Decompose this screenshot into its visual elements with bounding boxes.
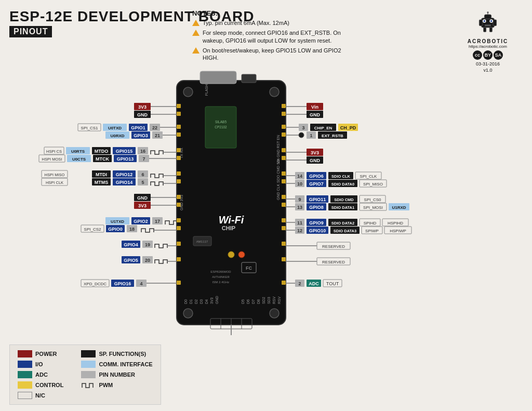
note-2: For sleep mode, connect GPIO16 and EXT_R… (192, 29, 348, 44)
svg-text:SPI_MOSI: SPI_MOSI (363, 205, 383, 210)
svg-text:GPIO15: GPIO15 (116, 149, 133, 154)
svg-text:AI/THINKER: AI/THINKER (212, 275, 230, 279)
svg-rect-48 (282, 242, 286, 246)
svg-text:GPIO13: GPIO13 (117, 156, 134, 162)
svg-point-57 (238, 251, 245, 258)
svg-rect-33 (177, 242, 181, 246)
legend-power-box (18, 350, 32, 357)
svg-text:MTDI: MTDI (96, 172, 107, 177)
svg-text:FLASH: FLASH (205, 84, 208, 96)
svg-rect-43 (282, 179, 286, 183)
svg-rect-23 (177, 125, 181, 129)
svg-point-16 (183, 87, 193, 97)
note-3: On boot/reset/wakeup, keep GPIO15 LOW an… (192, 47, 348, 62)
svg-text:XPD_DCDC: XPD_DCDC (84, 282, 107, 286)
svg-text:GND 3V3: GND 3V3 (180, 195, 183, 210)
legend-adc-box (18, 371, 32, 378)
svg-rect-32 (177, 226, 181, 230)
legend-pinnum-box (81, 371, 96, 378)
svg-text:GPIO9: GPIO9 (309, 220, 324, 226)
svg-text:CHIP: CHIP (222, 225, 235, 231)
svg-text:3: 3 (302, 125, 304, 130)
svg-rect-15 (242, 74, 256, 83)
svg-text:GPIO16: GPIO16 (114, 281, 131, 286)
svg-text:GPIO4: GPIO4 (124, 242, 138, 247)
svg-text:EXT_RSTB: EXT_RSTB (322, 134, 343, 138)
svg-text:2: 2 (298, 281, 301, 286)
svg-rect-2 (493, 20, 497, 26)
svg-rect-46 (282, 218, 286, 222)
svg-text:GND: GND (310, 112, 321, 117)
svg-text:3V3: 3V3 (138, 203, 147, 208)
legend-comm: COMM. INTERFACE (81, 361, 152, 368)
svg-text:3V3: 3V3 (311, 150, 319, 155)
svg-rect-42 (282, 171, 286, 176)
svg-rect-27 (177, 171, 181, 176)
svg-text:SDIO CMD: SDIO CMD (334, 197, 354, 202)
svg-text:U0CTS: U0CTS (72, 157, 86, 162)
svg-text:U1RXD: U1RXD (392, 205, 406, 210)
legend-col-1: POWER I/O ADC CONTROL N/C (18, 350, 63, 399)
svg-text:18: 18 (129, 227, 135, 232)
svg-rect-37 (282, 112, 286, 116)
svg-text:D7: D7 (251, 299, 255, 304)
svg-text:U0RTS: U0RTS (71, 149, 85, 154)
svg-rect-22 (177, 112, 181, 116)
svg-text:SPI_CS2: SPI_CS2 (84, 227, 101, 232)
svg-text:GPIO12: GPIO12 (116, 172, 133, 177)
svg-text:ADC: ADC (309, 281, 319, 286)
legend-control-box (18, 381, 32, 389)
svg-text:U1TXD: U1TXD (111, 219, 124, 224)
warning-triangle-1 (192, 20, 200, 26)
svg-text:GPIO7: GPIO7 (309, 181, 324, 187)
warning-triangle-2 (192, 30, 200, 36)
svg-text:17: 17 (155, 219, 160, 224)
svg-rect-49 (282, 257, 286, 261)
svg-text:22: 22 (152, 125, 157, 130)
svg-text:FC: FC (246, 266, 252, 271)
svg-rect-39 (282, 132, 286, 137)
legend-io: I/O (18, 361, 63, 368)
logo-version: v1.0 (454, 68, 522, 73)
svg-point-7 (487, 11, 488, 13)
svg-text:HSPI MISO: HSPI MISO (45, 173, 65, 177)
svg-text:D5: D5 (241, 299, 245, 304)
svg-text:SPI_CS0: SPI_CS0 (364, 197, 381, 202)
svg-point-18 (183, 309, 193, 318)
svg-text:GPIO0: GPIO0 (108, 227, 123, 232)
svg-rect-28 (177, 179, 181, 183)
svg-text:Wi-Fi: Wi-Fi (219, 214, 244, 226)
svg-text:D1: D1 (189, 299, 193, 304)
svg-rect-4 (489, 28, 492, 32)
legend-pinnum: PIN NUMBER (81, 371, 152, 378)
svg-rect-5 (484, 15, 491, 19)
svg-text:TX RX: TX RX (180, 148, 183, 158)
legend-spfunc-box (81, 350, 96, 357)
svg-text:CH_PD: CH_PD (340, 125, 356, 130)
svg-text:GND: GND (310, 158, 321, 163)
legend: POWER I/O ADC CONTROL N/C SP. FUNC (9, 344, 161, 405)
svg-text:MTMS: MTMS (95, 180, 109, 185)
svg-text:6: 6 (141, 172, 144, 177)
svg-text:12: 12 (297, 228, 302, 233)
svg-text:14: 14 (297, 174, 302, 179)
svg-text:SD2: SD2 (262, 297, 265, 304)
svg-rect-41 (282, 156, 286, 160)
svg-text:GPIO14: GPIO14 (116, 180, 133, 185)
svg-text:GND CLK SDO CMD SDI: GND CLK SDO CMD SDI (276, 158, 280, 200)
svg-text:D0: D0 (184, 299, 188, 304)
svg-text:SDIO DATA1: SDIO DATA1 (331, 205, 354, 210)
svg-text:1: 1 (310, 133, 312, 138)
svg-text:GPIO8: GPIO8 (309, 205, 324, 210)
svg-text:SD3: SD3 (267, 297, 271, 304)
legend-nc-box (18, 392, 32, 399)
main-container: ESP-12E DEVELOPMENT BOARD PINOUT NOTES: … (0, 0, 532, 411)
logo-area: ACROBOTIC https://acrobotic.com cc BY SA… (454, 9, 522, 73)
notes-title: NOTES: (192, 9, 348, 17)
svg-text:GPIO1: GPIO1 (131, 125, 145, 130)
svg-rect-40 (282, 148, 286, 152)
note-1: Typ. pin current 6mA (Max. 12mA) (192, 19, 348, 26)
svg-rect-12 (485, 24, 491, 26)
svg-rect-36 (282, 104, 286, 108)
svg-text:HSPI CLK: HSPI CLK (46, 180, 63, 185)
